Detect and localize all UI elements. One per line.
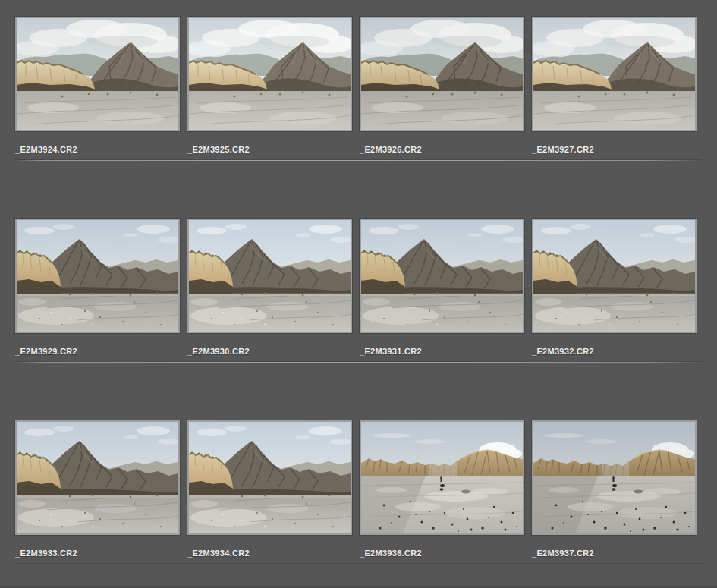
file-cell[interactable]: _E2M3933.CR2 bbox=[15, 420, 180, 558]
photo-thumbnail[interactable] bbox=[15, 17, 180, 131]
file-cell[interactable]: _E2M3931.CR2 bbox=[360, 219, 524, 357]
landscape-photo-icon bbox=[361, 422, 523, 533]
file-cell[interactable]: _E2M3926.CR2 bbox=[360, 17, 524, 155]
file-cell[interactable]: _E2M3924.CR2 bbox=[15, 17, 180, 155]
photo-thumbnail[interactable] bbox=[187, 219, 352, 333]
file-cell[interactable]: _E2M3927.CR2 bbox=[532, 17, 697, 155]
grid-row-cells: _E2M3933.CR2 _E2M3934.CR2 _E2M3936.CR2 _… bbox=[15, 420, 717, 558]
file-cell[interactable]: _E2M3932.CR2 bbox=[532, 219, 697, 357]
landscape-photo-icon bbox=[361, 18, 523, 130]
filename-label[interactable]: _E2M3926.CR2 bbox=[360, 145, 524, 155]
landscape-photo-icon bbox=[361, 220, 523, 332]
photo-thumbnail[interactable] bbox=[532, 17, 697, 131]
thumbnail-grid: _E2M3924.CR2 _E2M3925.CR2 _E2M3926.CR2 _… bbox=[0, 0, 717, 564]
photo-thumbnail[interactable] bbox=[360, 17, 524, 131]
grid-row-cells: _E2M3929.CR2 _E2M3930.CR2 _E2M3931.CR2 _… bbox=[15, 219, 717, 357]
file-cell[interactable]: _E2M3936.CR2 bbox=[360, 420, 524, 558]
photo-thumbnail[interactable] bbox=[15, 420, 180, 535]
photo-thumbnail[interactable] bbox=[360, 420, 524, 535]
photo-thumbnail[interactable] bbox=[187, 420, 352, 535]
filename-label[interactable]: _E2M3937.CR2 bbox=[532, 549, 697, 558]
landscape-photo-icon bbox=[17, 422, 178, 533]
landscape-photo-icon bbox=[189, 220, 351, 332]
filename-label[interactable]: _E2M3933.CR2 bbox=[15, 549, 180, 558]
landscape-photo-icon bbox=[189, 422, 351, 533]
landscape-photo-icon bbox=[17, 220, 178, 332]
file-cell[interactable]: _E2M3929.CR2 bbox=[15, 219, 180, 357]
filename-label[interactable]: _E2M3930.CR2 bbox=[187, 347, 352, 357]
filename-label[interactable]: _E2M3931.CR2 bbox=[360, 347, 524, 357]
landscape-photo-icon bbox=[533, 18, 695, 130]
row-divider bbox=[15, 362, 702, 363]
landscape-photo-icon bbox=[189, 18, 351, 130]
row-divider bbox=[15, 564, 702, 564]
row-divider bbox=[15, 160, 702, 161]
photo-thumbnail[interactable] bbox=[360, 219, 524, 333]
filename-label[interactable]: _E2M3936.CR2 bbox=[360, 549, 524, 558]
file-cell[interactable]: _E2M3937.CR2 bbox=[532, 420, 697, 558]
grid-row-cells: _E2M3924.CR2 _E2M3925.CR2 _E2M3926.CR2 _… bbox=[15, 17, 717, 155]
grid-row: _E2M3933.CR2 _E2M3934.CR2 _E2M3936.CR2 _… bbox=[15, 420, 717, 564]
landscape-photo-icon bbox=[533, 220, 695, 332]
photo-thumbnail[interactable] bbox=[187, 17, 352, 131]
filename-label[interactable]: _E2M3932.CR2 bbox=[532, 347, 697, 357]
filename-label[interactable]: _E2M3924.CR2 bbox=[15, 145, 180, 155]
grid-row: _E2M3929.CR2 _E2M3930.CR2 _E2M3931.CR2 _… bbox=[15, 219, 717, 363]
grid-row: _E2M3924.CR2 _E2M3925.CR2 _E2M3926.CR2 _… bbox=[15, 17, 717, 161]
window-bottom-edge bbox=[0, 585, 717, 588]
file-cell[interactable]: _E2M3930.CR2 bbox=[187, 219, 352, 357]
filename-label[interactable]: _E2M3927.CR2 bbox=[532, 145, 697, 155]
file-cell[interactable]: _E2M3934.CR2 bbox=[187, 420, 352, 558]
photo-thumbnail[interactable] bbox=[532, 420, 697, 535]
filename-label[interactable]: _E2M3925.CR2 bbox=[187, 145, 352, 155]
landscape-photo-icon bbox=[533, 422, 695, 533]
landscape-photo-icon bbox=[17, 18, 178, 130]
filename-label[interactable]: _E2M3929.CR2 bbox=[15, 347, 180, 357]
photo-thumbnail[interactable] bbox=[15, 219, 180, 333]
file-cell[interactable]: _E2M3925.CR2 bbox=[187, 17, 352, 155]
photo-thumbnail[interactable] bbox=[532, 219, 697, 333]
filename-label[interactable]: _E2M3934.CR2 bbox=[187, 549, 352, 558]
